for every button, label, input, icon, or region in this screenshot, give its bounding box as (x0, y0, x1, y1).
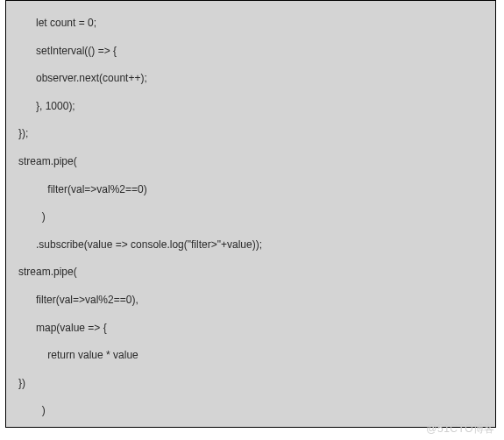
code-line: .subscribe(value => console.log("map>"+v… (18, 425, 483, 428)
code-line: .subscribe(value => console.log("filter>… (18, 231, 483, 259)
code-line: let count = 0; (18, 10, 483, 38)
page-frame: let count = 0; setInterval(() => { obser… (0, 0, 504, 440)
code-line: }, 1000); (18, 93, 483, 121)
code-line: ) (18, 397, 483, 425)
code-line: ) (18, 203, 483, 231)
code-line: setInterval(() => { (18, 38, 483, 66)
watermark-text: @51CTO博客 (426, 422, 495, 436)
code-line: filter(val=>val%2==0) (18, 176, 483, 204)
code-line: stream.pipe( (18, 148, 483, 176)
code-line: map(value => { (18, 315, 483, 343)
code-line: observer.next(count++); (18, 65, 483, 93)
code-block: let count = 0; setInterval(() => { obser… (5, 0, 496, 428)
code-line: stream.pipe( (18, 259, 483, 287)
code-line: }) (18, 370, 483, 398)
code-line: }); (18, 120, 483, 148)
code-line: filter(val=>val%2==0), (18, 287, 483, 315)
code-line: return value * value (18, 342, 483, 370)
